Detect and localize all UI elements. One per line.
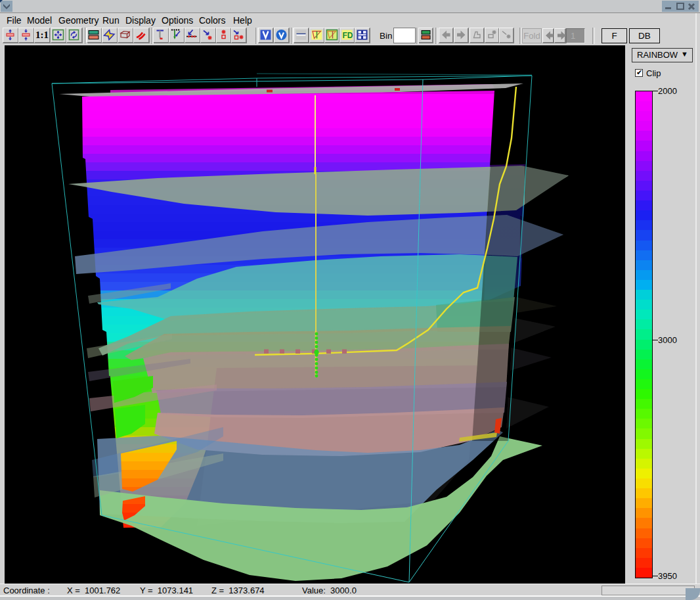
svg-text:FD: FD bbox=[343, 31, 353, 40]
